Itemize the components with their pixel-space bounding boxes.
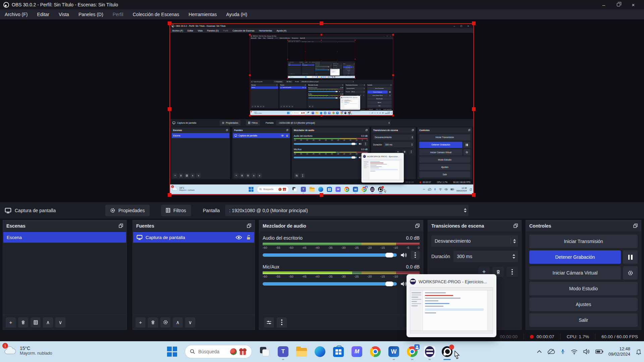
volume-slider[interactable] <box>263 253 397 257</box>
restore-button[interactable] <box>386 35 389 37</box>
advanced-audio-button[interactable] <box>294 173 299 178</box>
seasonal-flower-icon[interactable] <box>230 348 237 355</box>
taskbar-eclipse[interactable] <box>370 187 375 192</box>
select-spinner-icon[interactable] <box>353 80 354 83</box>
scene-filters-button[interactable] <box>31 317 41 327</box>
move-source-down-button[interactable]: ∨ <box>291 105 293 108</box>
mixer-menu-button[interactable] <box>300 173 305 178</box>
window-thumbnail[interactable] <box>331 70 339 75</box>
screen-select[interactable]: : 644x362 @ 0,0 (Monitor principal) <box>225 205 469 216</box>
selection-handle[interactable] <box>168 193 171 197</box>
tray-volume[interactable] <box>444 188 448 191</box>
taskbar-thumbnail-popup[interactable]: WORKSPACE-PROG - Ejercicios... <box>407 274 496 337</box>
taskbar-media-app[interactable]: M <box>335 187 341 192</box>
scene-list-item[interactable]: Escena <box>172 133 229 138</box>
popout-icon[interactable] <box>286 129 288 131</box>
move-scene-down-button[interactable]: ∨ <box>293 73 294 74</box>
popout-icon[interactable] <box>633 224 638 228</box>
add-source-button[interactable]: + <box>136 317 146 327</box>
taskbar-chrome[interactable] <box>344 187 350 192</box>
channel-menu-button[interactable] <box>341 90 343 93</box>
popout-icon[interactable] <box>415 224 420 228</box>
taskbar-teams[interactable]: T <box>312 112 314 114</box>
properties-button[interactable]: Propiedades <box>299 62 304 63</box>
taskbar-chrome-profile[interactable] <box>407 346 418 357</box>
menu-coleccion-escenas[interactable]: Colección de Escenas <box>278 37 291 40</box>
close-button[interactable]: × <box>626 0 641 9</box>
taskbar-file-explorer[interactable] <box>296 346 307 357</box>
popout-icon[interactable] <box>331 64 331 64</box>
taskbar-teams[interactable]: T <box>301 187 306 192</box>
selection-handle[interactable] <box>287 40 288 41</box>
move-source-up-button[interactable]: ∧ <box>251 173 256 178</box>
menu-archivo[interactable]: Archivo (F) <box>0 9 32 19</box>
taskbar-chrome-profile[interactable] <box>340 112 343 114</box>
start-streaming-button[interactable]: Iniciar Transmisión <box>368 87 392 90</box>
selection-handle[interactable] <box>472 107 476 111</box>
settings-button[interactable]: Ajustes <box>368 101 392 104</box>
search-input[interactable] <box>309 77 312 77</box>
add-scene-button[interactable]: + <box>6 317 16 327</box>
tray-volume[interactable] <box>379 112 381 114</box>
menu-herramientas[interactable]: Herramientas <box>257 28 274 33</box>
screen-select[interactable]: : 644x362 @ 0,0 (Monitor principal) <box>276 120 391 125</box>
selection-handle[interactable] <box>305 60 306 61</box>
screen-select[interactable]: : 644x362 @ 0,0 (Monitor principal) <box>311 62 337 63</box>
taskbar-eclipse[interactable] <box>332 76 333 78</box>
menu-perfil[interactable]: Perfil <box>274 37 278 40</box>
start-streaming-button[interactable]: Iniciar Transmisión <box>343 65 355 66</box>
transition-select[interactable]: Desvanecimiento <box>431 235 518 247</box>
selection-handle[interactable] <box>472 21 476 25</box>
speaker-icon[interactable] <box>330 67 330 67</box>
duration-spinbox[interactable]: 300 ms <box>335 66 342 68</box>
move-scene-up-button[interactable]: ∧ <box>260 105 262 108</box>
selection-handle[interactable] <box>249 115 251 116</box>
move-scene-up-button[interactable]: ∧ <box>43 317 53 327</box>
select-spinner-icon[interactable] <box>411 135 413 139</box>
preview-canvas-selected-source[interactable] <box>306 43 337 61</box>
tray-notifications[interactable]: z <box>635 348 642 355</box>
selection-handle[interactable] <box>321 115 322 116</box>
taskbar-eclipse[interactable] <box>424 346 435 357</box>
move-source-down-button[interactable]: ∨ <box>257 173 262 178</box>
taskbar-media-app[interactable]: M <box>328 112 331 114</box>
taskbar-clock[interactable]: 12:48 09/02/2024 <box>351 76 354 77</box>
volume-slider[interactable] <box>263 282 397 286</box>
popout-icon[interactable] <box>300 64 301 64</box>
transition-menu-button[interactable] <box>341 68 342 69</box>
tray-notifications[interactable]: z <box>391 112 392 114</box>
studio-mode-button[interactable]: Modo Estudio <box>419 157 470 163</box>
remove-source-button[interactable] <box>303 73 304 74</box>
menu-vista[interactable]: Vista <box>54 9 74 19</box>
taskbar-file-explorer[interactable] <box>319 76 320 78</box>
minimize-button[interactable]: – <box>451 24 458 28</box>
select-spinner-icon[interactable] <box>341 65 342 66</box>
start-streaming-button[interactable]: Iniciar Transmisión <box>529 235 638 248</box>
taskbar-chrome[interactable] <box>332 112 335 114</box>
duration-spinbox[interactable]: 300 ms <box>384 142 414 147</box>
channel-menu-button[interactable] <box>364 142 368 146</box>
remove-scene-button[interactable] <box>178 173 183 178</box>
start-button[interactable] <box>287 112 290 114</box>
selection-handle[interactable] <box>472 193 476 197</box>
tray-wifi[interactable] <box>439 188 442 191</box>
popout-icon[interactable] <box>119 224 123 228</box>
selection-handle[interactable] <box>321 40 322 41</box>
add-scene-button[interactable]: + <box>251 105 254 108</box>
source-properties-button[interactable] <box>246 173 250 178</box>
visibility-eye-icon[interactable] <box>281 134 284 136</box>
taskbar-store[interactable] <box>323 76 324 78</box>
taskbar-media-app[interactable]: M <box>324 76 326 78</box>
duration-spinbox[interactable]: 300 ms <box>351 90 365 93</box>
select-spinner-icon[interactable] <box>336 62 336 63</box>
taskbar-edge[interactable] <box>321 76 322 78</box>
tray-notifications[interactable]: z <box>354 77 355 77</box>
scene-list-item[interactable]: Escena <box>251 86 278 89</box>
preview-canvas-selected-source[interactable]: OBS 30.0.2 - Perfíl: Sin Título - Escena… <box>250 35 393 116</box>
menu-ayuda[interactable]: Ayuda (H) <box>274 28 289 33</box>
volume-slider[interactable] <box>308 98 338 98</box>
taskbar-thumbnail-popup[interactable]: WORKSPACE-PROG - Ejercicios... <box>330 69 340 76</box>
weather-widget[interactable]: 1 15°C Mayorm. nublado <box>172 186 195 192</box>
selection-handle[interactable] <box>355 78 356 78</box>
start-virtual-camera-button[interactable]: Iniciar Cámara Virtual <box>419 149 463 156</box>
